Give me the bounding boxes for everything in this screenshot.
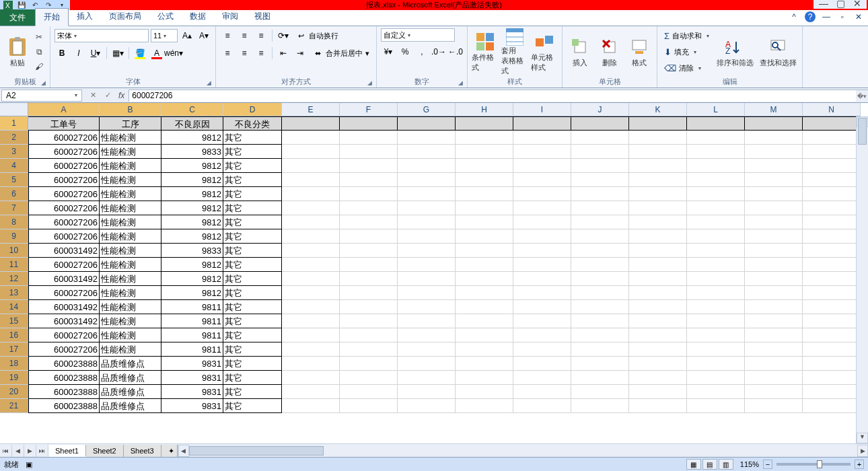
- cell[interactable]: [456, 229, 513, 244]
- format-painter-icon[interactable]: 🖌: [32, 60, 46, 73]
- cell[interactable]: 不良原因: [161, 116, 223, 131]
- dialog-launcher-icon[interactable]: ◢: [458, 79, 465, 86]
- cell[interactable]: [340, 314, 398, 328]
- cell[interactable]: 性能检测: [100, 201, 161, 215]
- cell[interactable]: [456, 131, 513, 145]
- cell[interactable]: [456, 187, 513, 201]
- bold-button[interactable]: B: [55, 46, 69, 61]
- dialog-launcher-icon[interactable]: ◢: [367, 79, 374, 86]
- sort-filter-button[interactable]: AZ排序和筛选: [715, 30, 755, 74]
- cell[interactable]: [571, 229, 629, 244]
- delete-cells-button[interactable]: 删除: [596, 30, 623, 74]
- zoom-slider[interactable]: [776, 463, 851, 466]
- autosum-button[interactable]: Σ自动求和: [661, 29, 712, 43]
- cell[interactable]: [745, 173, 803, 187]
- maximize-icon[interactable]: ▢: [836, 0, 845, 9]
- column-header[interactable]: N: [803, 103, 861, 116]
- cell[interactable]: 9831: [161, 371, 223, 385]
- column-header[interactable]: F: [340, 103, 398, 116]
- cell[interactable]: [398, 131, 456, 145]
- cell[interactable]: 600027206: [28, 229, 100, 244]
- cell[interactable]: [282, 145, 340, 159]
- cell[interactable]: [571, 399, 629, 413]
- fx-icon[interactable]: fx: [118, 91, 124, 100]
- row-header[interactable]: 6: [0, 187, 28, 201]
- cell[interactable]: [340, 173, 398, 187]
- cell[interactable]: [629, 399, 687, 413]
- cell[interactable]: 其它: [223, 131, 282, 145]
- formula-input[interactable]: 600027206: [129, 89, 856, 102]
- cell[interactable]: [398, 244, 456, 258]
- cell[interactable]: 9831: [161, 357, 223, 371]
- cell[interactable]: [629, 116, 687, 131]
- cell[interactable]: 其它: [223, 145, 282, 159]
- row-header[interactable]: 15: [0, 314, 28, 328]
- cell[interactable]: [629, 173, 687, 187]
- cell[interactable]: 品质维修点: [100, 357, 161, 371]
- cell[interactable]: [629, 385, 687, 399]
- cell[interactable]: 性能检测: [100, 229, 161, 244]
- cell[interactable]: [282, 328, 340, 342]
- cell[interactable]: 9811: [161, 342, 223, 357]
- cell[interactable]: [398, 272, 456, 286]
- cell[interactable]: 9831: [161, 385, 223, 399]
- horizontal-scrollbar[interactable]: ◀ ▶: [178, 445, 868, 457]
- cell[interactable]: [687, 357, 745, 371]
- cell[interactable]: [803, 201, 861, 215]
- cell[interactable]: [398, 300, 456, 314]
- ribbon-tab-页面布局[interactable]: 页面布局: [101, 8, 149, 26]
- cell[interactable]: 9831: [161, 399, 223, 413]
- border-icon[interactable]: ▦▾: [110, 46, 125, 61]
- cell[interactable]: [571, 286, 629, 300]
- cell[interactable]: [456, 215, 513, 229]
- cell[interactable]: [687, 187, 745, 201]
- name-box[interactable]: A2▾: [1, 89, 82, 102]
- page-layout-view-icon[interactable]: ▤: [702, 459, 717, 470]
- cell[interactable]: [745, 300, 803, 314]
- cell[interactable]: [513, 159, 571, 173]
- cell[interactable]: 9812: [161, 272, 223, 286]
- cell[interactable]: 性能检测: [100, 342, 161, 357]
- cell[interactable]: 其它: [223, 244, 282, 258]
- cell[interactable]: [456, 258, 513, 272]
- cell[interactable]: [340, 328, 398, 342]
- cell[interactable]: [629, 286, 687, 300]
- cell[interactable]: [340, 187, 398, 201]
- cell[interactable]: [803, 258, 861, 272]
- row-header[interactable]: 3: [0, 145, 28, 159]
- find-select-button[interactable]: 查找和选择: [758, 30, 798, 74]
- cell[interactable]: [340, 300, 398, 314]
- cell[interactable]: 性能检测: [100, 300, 161, 314]
- cell[interactable]: [398, 173, 456, 187]
- column-header[interactable]: J: [571, 103, 629, 116]
- cell[interactable]: [745, 342, 803, 357]
- column-header[interactable]: E: [282, 103, 340, 116]
- row-header[interactable]: 12: [0, 272, 28, 286]
- cell[interactable]: [513, 286, 571, 300]
- cell[interactable]: 其它: [223, 357, 282, 371]
- cell[interactable]: [629, 314, 687, 328]
- cell[interactable]: 600031492: [28, 314, 100, 328]
- column-header[interactable]: A: [28, 103, 100, 116]
- cell[interactable]: [571, 215, 629, 229]
- cell[interactable]: [571, 159, 629, 173]
- cell[interactable]: [340, 145, 398, 159]
- cell[interactable]: 其它: [223, 201, 282, 215]
- cell[interactable]: [745, 385, 803, 399]
- cell[interactable]: [687, 314, 745, 328]
- cell[interactable]: [571, 328, 629, 342]
- enter-formula-icon[interactable]: ✓: [101, 89, 114, 102]
- cell[interactable]: [687, 131, 745, 145]
- cell[interactable]: 其它: [223, 399, 282, 413]
- cell[interactable]: 600027206: [28, 258, 100, 272]
- orientation-icon[interactable]: ⟳▾: [276, 28, 291, 43]
- cell[interactable]: [456, 385, 513, 399]
- cell[interactable]: [456, 145, 513, 159]
- cell[interactable]: [282, 173, 340, 187]
- cell[interactable]: [745, 159, 803, 173]
- cell[interactable]: [745, 371, 803, 385]
- clear-button[interactable]: ⌫清除: [661, 61, 704, 75]
- wrap-text-button[interactable]: ↩自动换行: [293, 28, 341, 43]
- cell[interactable]: [513, 371, 571, 385]
- save-icon[interactable]: 💾: [16, 1, 27, 9]
